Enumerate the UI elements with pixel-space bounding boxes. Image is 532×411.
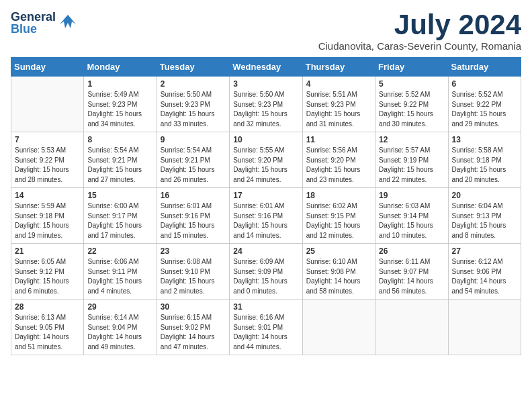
logo: General Blue [11,11,77,35]
calendar-cell: 16Sunrise: 6:01 AM Sunset: 9:16 PM Dayli… [157,188,229,244]
day-number: 14 [15,191,80,200]
cell-content: Sunrise: 6:04 AM Sunset: 9:13 PM Dayligh… [452,201,517,240]
day-number: 2 [161,79,226,89]
cell-content: Sunrise: 5:54 AM Sunset: 9:21 PM Dayligh… [161,146,226,185]
cell-content: Sunrise: 5:53 AM Sunset: 9:22 PM Dayligh… [15,146,80,185]
cell-content: Sunrise: 5:59 AM Sunset: 9:18 PM Dayligh… [15,201,80,240]
calendar-cell: 20Sunrise: 6:04 AM Sunset: 9:13 PM Dayli… [448,188,521,244]
day-number: 26 [379,246,444,256]
cell-content: Sunrise: 5:51 AM Sunset: 9:23 PM Dayligh… [306,90,371,129]
cell-content: Sunrise: 5:49 AM Sunset: 9:23 PM Dayligh… [87,90,152,129]
cell-content: Sunrise: 6:03 AM Sunset: 9:14 PM Dayligh… [379,201,444,240]
cell-content: Sunrise: 5:52 AM Sunset: 9:22 PM Dayligh… [452,90,517,129]
calendar-cell: 1Sunrise: 5:49 AM Sunset: 9:23 PM Daylig… [84,77,157,132]
day-header-sunday: Sunday [11,58,84,77]
calendar-cell: 15Sunrise: 6:00 AM Sunset: 9:17 PM Dayli… [84,188,157,244]
day-header-wednesday: Wednesday [230,58,302,77]
calendar-table: SundayMondayTuesdayWednesdayThursdayFrid… [11,57,521,355]
calendar-cell: 21Sunrise: 6:05 AM Sunset: 9:12 PM Dayli… [11,244,84,300]
calendar-cell: 31Sunrise: 6:16 AM Sunset: 9:01 PM Dayli… [230,300,302,355]
cell-content: Sunrise: 5:55 AM Sunset: 9:20 PM Dayligh… [233,146,298,185]
cell-content: Sunrise: 5:56 AM Sunset: 9:20 PM Dayligh… [306,146,371,185]
day-number: 24 [233,246,298,256]
calendar-cell: 25Sunrise: 6:10 AM Sunset: 9:08 PM Dayli… [302,244,375,300]
calendar-cell: 22Sunrise: 6:06 AM Sunset: 9:11 PM Dayli… [84,244,157,300]
cell-content: Sunrise: 6:08 AM Sunset: 9:10 PM Dayligh… [161,257,226,296]
day-number: 29 [87,302,152,312]
calendar-cell: 6Sunrise: 5:52 AM Sunset: 9:22 PM Daylig… [448,77,521,132]
day-header-saturday: Saturday [448,58,521,77]
calendar-cell: 12Sunrise: 5:57 AM Sunset: 9:19 PM Dayli… [375,132,448,188]
day-number: 21 [15,246,80,256]
day-number: 31 [233,302,298,312]
calendar-cell: 28Sunrise: 6:13 AM Sunset: 9:05 PM Dayli… [11,300,84,355]
title-area: July 2024 Ciudanovita, Caras-Severin Cou… [318,11,521,52]
calendar-week-4: 21Sunrise: 6:05 AM Sunset: 9:12 PM Dayli… [11,244,521,300]
calendar-week-5: 28Sunrise: 6:13 AM Sunset: 9:05 PM Dayli… [11,300,521,355]
cell-content: Sunrise: 5:50 AM Sunset: 9:23 PM Dayligh… [233,90,298,129]
calendar-week-1: 1Sunrise: 5:49 AM Sunset: 9:23 PM Daylig… [11,77,521,132]
calendar-cell: 30Sunrise: 6:15 AM Sunset: 9:02 PM Dayli… [157,300,229,355]
calendar-cell: 17Sunrise: 6:01 AM Sunset: 9:16 PM Dayli… [230,188,302,244]
calendar-cell [448,300,521,355]
calendar-cell: 3Sunrise: 5:50 AM Sunset: 9:23 PM Daylig… [230,77,302,132]
calendar-cell: 18Sunrise: 6:02 AM Sunset: 9:15 PM Dayli… [302,188,375,244]
day-number: 19 [379,191,444,200]
day-number: 12 [379,135,444,144]
calendar-cell: 9Sunrise: 5:54 AM Sunset: 9:21 PM Daylig… [157,132,229,188]
day-number: 20 [452,191,517,200]
day-number: 4 [306,79,371,89]
calendar-cell: 27Sunrise: 6:12 AM Sunset: 9:06 PM Dayli… [448,244,521,300]
calendar-cell [302,300,375,355]
cell-content: Sunrise: 6:00 AM Sunset: 9:17 PM Dayligh… [87,201,152,240]
cell-content: Sunrise: 5:50 AM Sunset: 9:23 PM Dayligh… [161,90,226,129]
day-number: 8 [87,135,152,144]
cell-content: Sunrise: 6:01 AM Sunset: 9:16 PM Dayligh… [233,201,298,240]
cell-content: Sunrise: 6:01 AM Sunset: 9:16 PM Dayligh… [161,201,226,240]
calendar-cell: 23Sunrise: 6:08 AM Sunset: 9:10 PM Dayli… [157,244,229,300]
day-number: 7 [15,135,80,144]
cell-content: Sunrise: 6:09 AM Sunset: 9:09 PM Dayligh… [233,257,298,296]
cell-content: Sunrise: 6:02 AM Sunset: 9:15 PM Dayligh… [306,201,371,240]
calendar-cell: 19Sunrise: 6:03 AM Sunset: 9:14 PM Dayli… [375,188,448,244]
day-number: 16 [161,191,226,200]
month-year-title: July 2024 [318,11,521,39]
page-header: General Blue July 2024 Ciudanovita, Cara… [11,11,521,52]
calendar-cell: 4Sunrise: 5:51 AM Sunset: 9:23 PM Daylig… [302,77,375,132]
cell-content: Sunrise: 6:11 AM Sunset: 9:07 PM Dayligh… [379,257,444,296]
cell-content: Sunrise: 6:15 AM Sunset: 9:02 PM Dayligh… [161,313,226,352]
cell-content: Sunrise: 6:05 AM Sunset: 9:12 PM Dayligh… [15,257,80,296]
logo-line2: Blue [11,23,56,35]
calendar-cell: 10Sunrise: 5:55 AM Sunset: 9:20 PM Dayli… [230,132,302,188]
day-header-tuesday: Tuesday [157,58,229,77]
day-number: 11 [306,135,371,144]
day-number: 22 [87,246,152,256]
day-number: 17 [233,191,298,200]
calendar-cell: 14Sunrise: 5:59 AM Sunset: 9:18 PM Dayli… [11,188,84,244]
day-number: 28 [15,302,80,312]
svg-marker-0 [60,15,76,28]
day-number: 10 [233,135,298,144]
day-number: 3 [233,79,298,89]
cell-content: Sunrise: 5:54 AM Sunset: 9:21 PM Dayligh… [87,146,152,185]
day-number: 30 [161,302,226,312]
calendar-cell: 24Sunrise: 6:09 AM Sunset: 9:09 PM Dayli… [230,244,302,300]
cell-content: Sunrise: 5:57 AM Sunset: 9:19 PM Dayligh… [379,146,444,185]
cell-content: Sunrise: 5:52 AM Sunset: 9:22 PM Dayligh… [379,90,444,129]
calendar-cell: 13Sunrise: 5:58 AM Sunset: 9:18 PM Dayli… [448,132,521,188]
day-number: 18 [306,191,371,200]
calendar-cell: 11Sunrise: 5:56 AM Sunset: 9:20 PM Dayli… [302,132,375,188]
calendar-cell: 8Sunrise: 5:54 AM Sunset: 9:21 PM Daylig… [84,132,157,188]
day-number: 27 [452,246,517,256]
day-header-monday: Monday [84,58,157,77]
calendar-cell: 29Sunrise: 6:14 AM Sunset: 9:04 PM Dayli… [84,300,157,355]
day-number: 13 [452,135,517,144]
calendar-cell: 2Sunrise: 5:50 AM Sunset: 9:23 PM Daylig… [157,77,229,132]
day-header-thursday: Thursday [302,58,375,77]
day-number: 1 [87,79,152,89]
calendar-cell [375,300,448,355]
cell-content: Sunrise: 6:12 AM Sunset: 9:06 PM Dayligh… [452,257,517,296]
day-number: 9 [161,135,226,144]
calendar-week-2: 7Sunrise: 5:53 AM Sunset: 9:22 PM Daylig… [11,132,521,188]
location-subtitle: Ciudanovita, Caras-Severin County, Roman… [318,40,521,52]
